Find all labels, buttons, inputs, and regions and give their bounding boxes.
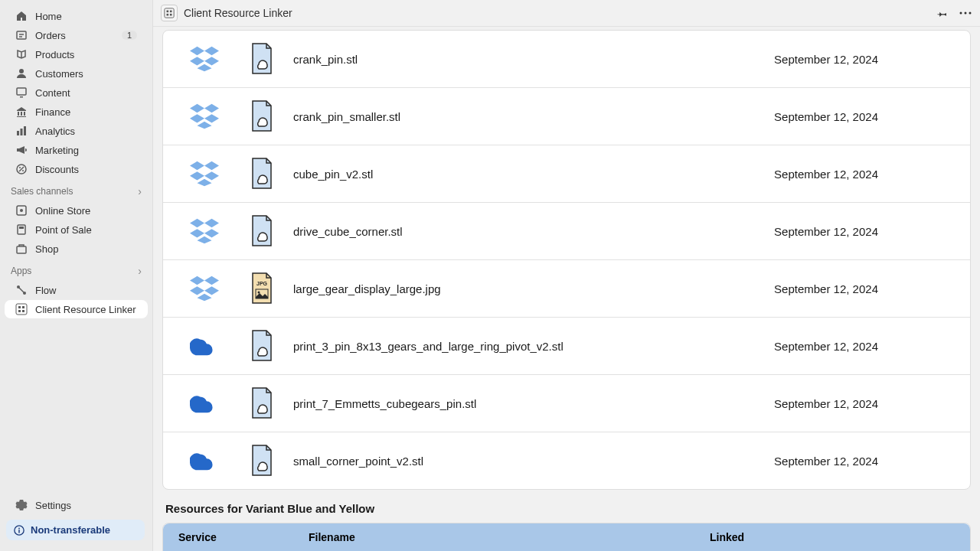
topbar: Client Resource Linker	[153, 0, 980, 27]
file-list: crank_pin.stl September 12, 2024 crank_p…	[162, 30, 971, 490]
service-cell	[178, 336, 230, 356]
cloud-file-icon	[250, 43, 274, 75]
sidebar-item-client-resource-linker[interactable]: Client Resource Linker	[5, 300, 148, 318]
file-row[interactable]: print_7_Emmetts_cubegears_pin.stl Septem…	[163, 375, 970, 432]
dropbox-icon	[190, 218, 219, 244]
filename: small_corner_point_v2.stl	[293, 455, 765, 468]
onedrive-icon	[190, 451, 219, 471]
apps-header[interactable]: Apps ›	[0, 259, 152, 280]
filename: large_gear_display_large.jpg	[293, 282, 765, 295]
svg-rect-4	[167, 11, 169, 13]
gear-icon	[15, 499, 28, 511]
file-date: September 12, 2024	[774, 53, 955, 66]
file-row[interactable]: crank_pin_smaller.stl September 12, 2024	[163, 88, 970, 145]
file-date: September 12, 2024	[774, 225, 955, 238]
sidebar-item-products[interactable]: Products	[5, 45, 148, 64]
filetype-cell	[240, 387, 284, 419]
svg-rect-5	[170, 11, 172, 13]
svg-rect-3	[165, 8, 174, 18]
svg-rect-6	[167, 14, 169, 16]
chevron-right-icon: ›	[138, 265, 142, 277]
nav-label: Analytics	[35, 126, 75, 137]
service-cell	[178, 451, 230, 471]
pin-icon[interactable]	[936, 6, 949, 20]
sales-channels-header[interactable]: Sales channels ›	[0, 179, 152, 201]
svg-point-10	[969, 12, 972, 15]
sidebar-item-point-of-sale[interactable]: Point of Sale	[5, 220, 148, 239]
svg-point-8	[960, 12, 962, 15]
customers-icon	[15, 67, 28, 80]
cloud-file-icon	[250, 158, 274, 190]
nav-label: Products	[35, 49, 74, 60]
cloud-file-icon	[250, 387, 274, 419]
sidebar-item-analytics[interactable]: Analytics	[5, 122, 148, 140]
sidebar-item-discounts[interactable]: Discounts	[5, 160, 148, 178]
cloud-file-icon	[250, 215, 274, 247]
file-row[interactable]: cube_pin_v2.stl September 12, 2024	[163, 145, 970, 203]
linker-icon	[15, 303, 28, 315]
finance-icon	[15, 106, 28, 118]
filename: cube_pin_v2.stl	[293, 168, 765, 181]
sidebar-item-flow[interactable]: Flow	[5, 281, 148, 299]
svg-point-1	[18, 527, 20, 529]
filename: print_7_Emmetts_cubegears_pin.stl	[293, 397, 765, 410]
variant-table: Service Filename Linked Blue Filament Re…	[162, 523, 971, 551]
file-date: September 12, 2024	[774, 340, 955, 353]
service-cell	[178, 46, 230, 72]
sidebar-item-finance[interactable]: Finance	[5, 103, 148, 121]
more-icon[interactable]	[959, 6, 972, 20]
store-icon	[15, 204, 28, 217]
filetype-cell: JPG	[240, 272, 284, 305]
sidebar-item-home[interactable]: Home	[5, 7, 148, 25]
info-icon	[14, 525, 24, 536]
service-cell	[178, 161, 230, 187]
sidebar: Home Orders 1 Products Customers Content…	[0, 0, 153, 551]
page-title: Client Resource Linker	[184, 7, 292, 19]
header-filename: Filename	[309, 531, 710, 543]
file-date: September 12, 2024	[774, 282, 955, 295]
file-row[interactable]: small_corner_point_v2.stl September 12, …	[163, 432, 970, 489]
plan-label: Non-transferable	[31, 524, 110, 536]
jpg-file-icon: JPG	[250, 272, 274, 305]
header-linked: Linked	[710, 531, 955, 543]
onedrive-icon	[190, 336, 219, 356]
header-service: Service	[178, 531, 309, 543]
nav-label: Finance	[35, 106, 70, 118]
nav-label: Customers	[35, 68, 83, 80]
sidebar-item-orders[interactable]: Orders 1	[5, 26, 148, 44]
section-label: Sales channels	[11, 186, 73, 197]
chevron-right-icon: ›	[138, 185, 142, 197]
pos-icon	[15, 223, 28, 236]
main: Client Resource Linker crank_pin.stl Sep…	[153, 0, 980, 551]
sidebar-item-online-store[interactable]: Online Store	[5, 201, 148, 220]
filename: crank_pin.stl	[293, 53, 765, 66]
home-icon	[15, 10, 28, 22]
cloud-file-icon	[250, 445, 274, 477]
sidebar-item-marketing[interactable]: Marketing	[5, 141, 148, 159]
filetype-cell	[240, 43, 284, 75]
flow-icon	[15, 284, 28, 296]
file-row[interactable]: JPG large_gear_display_large.jpg Septemb…	[163, 260, 970, 318]
file-row[interactable]: drive_cube_corner.stl September 12, 2024	[163, 203, 970, 260]
file-row[interactable]: crank_pin.stl September 12, 2024	[163, 31, 970, 88]
table-header-row: Service Filename Linked	[163, 523, 970, 551]
file-date: September 12, 2024	[774, 110, 955, 123]
nav-label: Settings	[35, 500, 71, 511]
svg-point-9	[965, 12, 967, 15]
file-row[interactable]: print_3_pin_8x13_gears_and_large_ring_pi…	[163, 318, 970, 375]
sidebar-item-shop[interactable]: Shop	[5, 240, 148, 258]
sidebar-item-settings[interactable]: Settings	[5, 496, 148, 514]
plan-badge[interactable]: Non-transferable	[6, 520, 145, 540]
app-icon	[161, 5, 178, 21]
dropbox-icon	[190, 161, 219, 187]
onedrive-icon	[190, 393, 219, 413]
nav-label: Flow	[35, 285, 56, 296]
sidebar-item-customers[interactable]: Customers	[5, 64, 148, 83]
nav-label: Home	[35, 11, 62, 22]
nav-label: Point of Sale	[35, 224, 92, 236]
file-date: September 12, 2024	[774, 455, 955, 468]
sidebar-item-content[interactable]: Content	[5, 83, 148, 102]
filetype-cell	[240, 330, 284, 362]
cloud-file-icon	[250, 100, 274, 132]
nav-label: Shop	[35, 243, 58, 255]
